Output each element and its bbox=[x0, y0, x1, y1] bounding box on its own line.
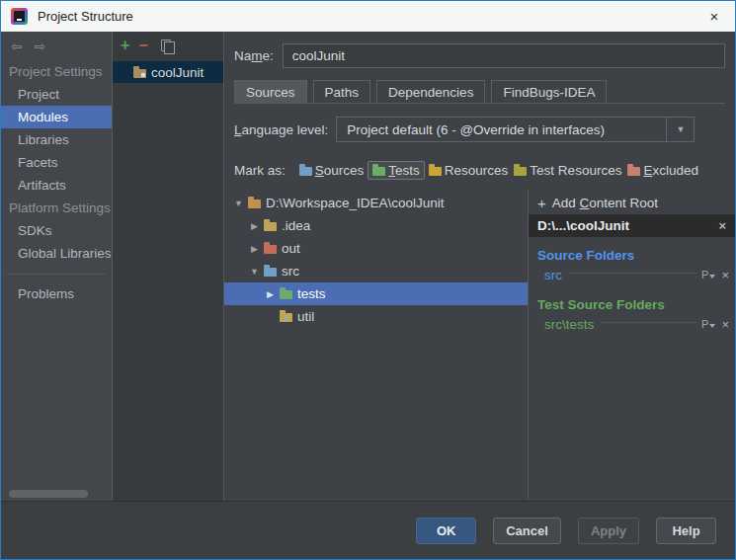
package-prefix-icon[interactable]: P bbox=[701, 269, 715, 280]
chevron-collapsed-icon[interactable]: ▶ bbox=[264, 289, 277, 299]
remove-content-root-icon[interactable]: × bbox=[718, 218, 726, 233]
test-resources-folder-icon bbox=[514, 167, 527, 176]
language-level-row: Language level: Project default (6 - @Ov… bbox=[234, 117, 725, 142]
name-label: Name: bbox=[234, 48, 274, 63]
name-row: Name: bbox=[234, 42, 725, 68]
test-source-folder-path: src\tests bbox=[544, 317, 594, 332]
chevron-collapsed-icon[interactable]: ▶ bbox=[248, 221, 261, 231]
window-title: Project Structure bbox=[38, 9, 133, 24]
tree-row-util[interactable]: util bbox=[224, 305, 528, 328]
mark-as-test-resources-button[interactable]: Test Resources bbox=[512, 161, 623, 180]
source-folders-heading: Source Folders bbox=[537, 248, 726, 263]
remove-folder-icon[interactable]: × bbox=[721, 317, 729, 332]
tree-row-label: out bbox=[282, 241, 300, 256]
sidebar-item-project[interactable]: Project bbox=[1, 83, 112, 106]
forward-arrow-icon[interactable]: ⇨ bbox=[35, 39, 46, 54]
content-root-header[interactable]: D:\...\coolJunit × bbox=[529, 214, 735, 237]
apply-button: Apply bbox=[578, 518, 639, 544]
test-folder-icon bbox=[280, 290, 292, 299]
add-icon[interactable]: + bbox=[121, 39, 129, 52]
test-source-folders-heading: Test Source Folders bbox=[537, 297, 726, 312]
mark-as-excluded-button[interactable]: Excluded bbox=[625, 161, 700, 180]
sidebar-section-project-settings: Project Settings bbox=[1, 60, 112, 83]
module-icon bbox=[133, 69, 146, 78]
tab-findbugs-idea[interactable]: FindBugs-IDEA bbox=[491, 80, 607, 103]
module-name-input[interactable] bbox=[283, 43, 725, 68]
module-tabs: Sources Paths Dependencies FindBugs-IDEA bbox=[234, 80, 725, 104]
module-list-item-cooljunit[interactable]: coolJunit bbox=[113, 61, 223, 83]
chevron-expanded-icon[interactable]: ▼ bbox=[232, 199, 245, 208]
package-folder-icon bbox=[280, 313, 292, 322]
package-prefix-icon[interactable]: P bbox=[701, 318, 715, 330]
module-toolbar: + − bbox=[113, 36, 223, 57]
tree-row-tests[interactable]: ▶ tests bbox=[224, 282, 528, 305]
chevron-expanded-icon[interactable]: ▼ bbox=[248, 267, 261, 277]
mark-as-tests-button[interactable]: Tests bbox=[368, 161, 425, 180]
add-content-root-label: Add Content Root bbox=[552, 196, 658, 210]
excluded-folder-icon bbox=[264, 245, 277, 254]
tree-row-label: util bbox=[297, 309, 314, 324]
language-level-value: Project default (6 - @Override in interf… bbox=[337, 122, 666, 137]
back-arrow-icon[interactable]: ⇦ bbox=[11, 39, 23, 54]
mark-as-sources-button[interactable]: Sources bbox=[297, 161, 367, 180]
horizontal-scrollbar[interactable] bbox=[9, 490, 88, 498]
tab-dependencies[interactable]: Dependencies bbox=[376, 80, 485, 103]
module-list-panel: + − coolJunit bbox=[113, 32, 224, 501]
folder-icon bbox=[264, 222, 277, 231]
folders-panel: + Add Content Root D:\...\coolJunit × So… bbox=[528, 190, 735, 501]
copy-icon[interactable] bbox=[161, 40, 171, 51]
window-close-icon[interactable]: × bbox=[703, 8, 725, 25]
language-level-select[interactable]: Project default (6 - @Override in interf… bbox=[336, 117, 695, 142]
source-folder-path: src bbox=[544, 268, 562, 282]
chevron-down-icon[interactable]: ▼ bbox=[666, 118, 694, 141]
title-bar: Project Structure × bbox=[1, 1, 735, 32]
resources-folder-icon bbox=[429, 167, 442, 176]
sidebar-item-global-libraries[interactable]: Global Libraries bbox=[1, 242, 112, 265]
sources-content: ▼ D:\Workspace_IDEA\coolJunit ▶ .idea ▶ … bbox=[224, 190, 735, 501]
tree-row-content-root[interactable]: ▼ D:\Workspace_IDEA\coolJunit bbox=[224, 192, 528, 214]
chevron-collapsed-icon[interactable]: ▶ bbox=[248, 244, 261, 254]
intellij-logo-icon bbox=[11, 8, 28, 25]
tab-sources[interactable]: Sources bbox=[234, 80, 307, 103]
mark-as-row: Mark as: Sources Tests Resources Test Re… bbox=[234, 158, 725, 182]
source-folder-icon bbox=[264, 268, 277, 277]
test-source-folder-entry[interactable]: src\tests P × bbox=[544, 315, 729, 333]
remove-folder-icon[interactable]: × bbox=[721, 268, 729, 282]
tree-row-label: D:\Workspace_IDEA\coolJunit bbox=[266, 196, 445, 210]
dialog-button-bar: OK Cancel Apply Help bbox=[1, 501, 735, 559]
settings-sidebar: ⇦ ⇨ Project Settings Project Modules Lib… bbox=[1, 32, 113, 501]
source-folder-entry[interactable]: src P × bbox=[544, 266, 729, 283]
language-level-label: Language level: bbox=[234, 122, 328, 137]
dialog-body: ⇦ ⇨ Project Settings Project Modules Lib… bbox=[1, 32, 735, 501]
module-editor-panel: Name: Sources Paths Dependencies FindBug… bbox=[224, 32, 735, 501]
tree-row-out[interactable]: ▶ out bbox=[224, 237, 528, 260]
sidebar-section-platform-settings: Platform Settings bbox=[1, 197, 112, 219]
help-button[interactable]: Help bbox=[656, 518, 716, 544]
mark-as-label: Mark as: bbox=[234, 163, 286, 178]
tree-row-label: tests bbox=[297, 286, 326, 301]
remove-icon[interactable]: − bbox=[138, 39, 147, 52]
tab-paths[interactable]: Paths bbox=[313, 80, 371, 103]
tree-row-idea[interactable]: ▶ .idea bbox=[224, 214, 528, 237]
dotted-leader bbox=[601, 322, 696, 323]
sidebar-item-libraries[interactable]: Libraries bbox=[1, 128, 112, 151]
sidebar-item-artifacts[interactable]: Artifacts bbox=[1, 174, 112, 197]
tree-row-label: src bbox=[282, 264, 299, 279]
add-content-root-button[interactable]: + Add Content Root bbox=[529, 192, 735, 214]
content-root-path: D:\...\coolJunit bbox=[537, 218, 629, 233]
excluded-folder-icon bbox=[627, 167, 640, 176]
mark-as-resources-button[interactable]: Resources bbox=[427, 161, 511, 180]
sidebar-item-problems[interactable]: Problems bbox=[1, 282, 112, 305]
sidebar-item-sdks[interactable]: SDKs bbox=[1, 219, 112, 242]
cancel-button[interactable]: Cancel bbox=[493, 518, 561, 544]
sources-folder-icon bbox=[299, 167, 312, 176]
sidebar-item-modules[interactable]: Modules bbox=[1, 106, 112, 128]
plus-icon: + bbox=[537, 195, 546, 211]
project-structure-dialog: Project Structure × ⇦ ⇨ Project Settings… bbox=[0, 0, 736, 560]
sidebar-item-facets[interactable]: Facets bbox=[1, 151, 112, 174]
content-root-tree: ▼ D:\Workspace_IDEA\coolJunit ▶ .idea ▶ … bbox=[224, 190, 528, 501]
history-nav: ⇦ ⇨ bbox=[1, 32, 112, 60]
tree-row-src[interactable]: ▼ src bbox=[224, 260, 528, 282]
ok-button[interactable]: OK bbox=[416, 518, 476, 544]
folder-icon bbox=[248, 200, 261, 208]
